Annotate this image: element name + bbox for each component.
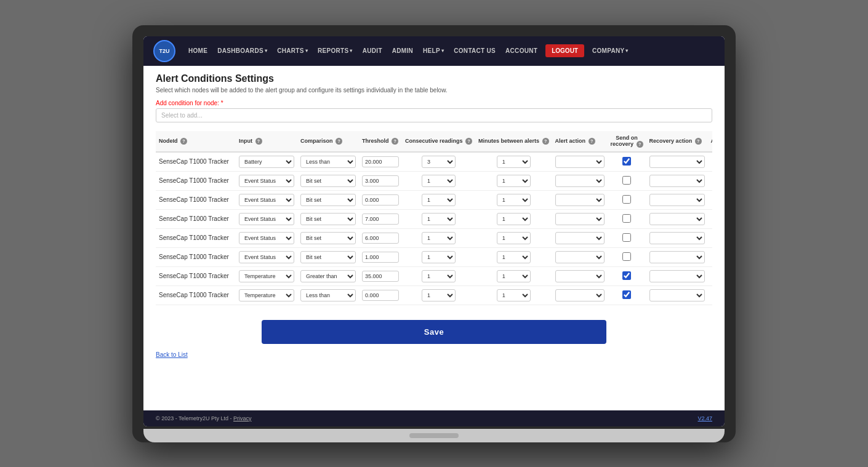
- comparison-select[interactable]: Greater than: [300, 270, 356, 282]
- nav-dashboards[interactable]: DASHBOARDS ▾: [213, 36, 271, 66]
- minutes-select[interactable]: 1: [497, 156, 531, 168]
- consecutive-select[interactable]: 1: [422, 251, 456, 263]
- recovery-action-select[interactable]: [649, 232, 705, 244]
- help-icon-input[interactable]: ?: [255, 138, 262, 145]
- privacy-link[interactable]: Privacy: [233, 415, 252, 421]
- cell-recovery-action: [646, 209, 708, 228]
- recovery-action-select[interactable]: [649, 175, 705, 187]
- nav-company[interactable]: COMPANY ▾: [588, 36, 633, 66]
- add-condition-select[interactable]: Select to add...: [156, 108, 712, 122]
- threshold-input[interactable]: [362, 194, 399, 206]
- nav-audit[interactable]: AUDIT: [358, 36, 387, 66]
- help-icon-comparison[interactable]: ?: [336, 138, 342, 145]
- comparison-select[interactable]: Less than: [300, 156, 356, 168]
- threshold-input[interactable]: [362, 233, 399, 244]
- cell-input: Temperature: [236, 266, 297, 285]
- consecutive-select[interactable]: 1: [422, 232, 456, 244]
- alert-action-select[interactable]: [555, 270, 605, 282]
- comparison-select[interactable]: Bit set: [300, 194, 356, 206]
- nav-help[interactable]: HELP ▾: [419, 36, 448, 66]
- send-on-recovery-checkbox[interactable]: [622, 214, 631, 223]
- consecutive-select[interactable]: 3: [422, 156, 456, 168]
- comparison-select[interactable]: Bit set: [300, 175, 356, 187]
- help-icon-recovery-action[interactable]: ?: [695, 138, 702, 145]
- minutes-select[interactable]: 1: [497, 270, 531, 282]
- comparison-select[interactable]: Bit set: [300, 213, 356, 225]
- alert-action-select[interactable]: [555, 175, 605, 187]
- comparison-select[interactable]: Less than: [300, 289, 356, 301]
- recovery-action-select[interactable]: [649, 156, 705, 168]
- minutes-select[interactable]: 1: [497, 289, 531, 301]
- threshold-input[interactable]: [362, 252, 399, 263]
- minutes-select[interactable]: 1: [497, 251, 531, 263]
- cell-recovery-action: [646, 228, 708, 247]
- input-select[interactable]: Temperature: [239, 270, 294, 282]
- help-icon-threshold[interactable]: ?: [392, 138, 398, 145]
- cell-consecutive: 1: [402, 266, 475, 285]
- consecutive-select[interactable]: 1: [422, 213, 456, 225]
- input-select[interactable]: Event Status: [239, 194, 294, 206]
- help-icon-send-on-recovery[interactable]: ?: [637, 141, 643, 148]
- recovery-action-select[interactable]: [649, 289, 705, 301]
- input-select[interactable]: Temperature: [239, 289, 294, 301]
- input-select[interactable]: Event Status: [239, 175, 294, 187]
- alert-action-select[interactable]: [555, 232, 605, 244]
- consecutive-select[interactable]: 1: [422, 194, 456, 206]
- send-on-recovery-checkbox[interactable]: [622, 252, 631, 261]
- threshold-input[interactable]: [362, 156, 399, 167]
- input-select[interactable]: Battery: [239, 156, 294, 168]
- cell-threshold: [359, 171, 402, 190]
- cell-recovery-action: [646, 247, 708, 266]
- back-to-list-link[interactable]: Back to List: [156, 351, 188, 358]
- cell-nodeid: SenseCap T1000 Tracker: [156, 171, 236, 190]
- threshold-input[interactable]: [362, 271, 399, 282]
- alert-action-select[interactable]: [555, 156, 605, 168]
- nav-account[interactable]: ACCOUNT: [501, 36, 542, 66]
- nav-home[interactable]: HOME: [184, 36, 212, 66]
- help-icon-minutes[interactable]: ?: [542, 138, 549, 145]
- threshold-input[interactable]: [362, 214, 399, 225]
- recovery-action-select[interactable]: [649, 251, 705, 263]
- nav-reports[interactable]: REPORTS ▾: [313, 36, 357, 66]
- nav-contact-us[interactable]: CONTACT US: [449, 36, 500, 66]
- consecutive-select[interactable]: 1: [422, 270, 456, 282]
- nav-admin[interactable]: ADMIN: [388, 36, 417, 66]
- logout-button[interactable]: LOGOUT: [545, 44, 584, 57]
- help-icon-nodeid[interactable]: ?: [180, 138, 187, 145]
- comparison-select[interactable]: Bit set: [300, 232, 356, 244]
- send-on-recovery-checkbox[interactable]: [622, 176, 631, 185]
- minutes-select[interactable]: 1: [497, 194, 531, 206]
- consecutive-select[interactable]: 1: [422, 175, 456, 187]
- input-select[interactable]: Event Status: [239, 251, 294, 263]
- send-on-recovery-checkbox[interactable]: [622, 195, 631, 204]
- send-on-recovery-checkbox[interactable]: [622, 290, 631, 299]
- threshold-input[interactable]: [362, 290, 399, 301]
- footer-version[interactable]: V2.47: [697, 415, 712, 421]
- alert-action-select[interactable]: [555, 194, 605, 206]
- comparison-select[interactable]: Bit set: [300, 251, 356, 263]
- alert-action-select[interactable]: [555, 251, 605, 263]
- cell-alert-action: [552, 228, 608, 247]
- send-on-recovery-checkbox[interactable]: [622, 157, 631, 166]
- alert-action-select[interactable]: [555, 289, 605, 301]
- nav-charts[interactable]: CHARTS ▾: [273, 36, 312, 66]
- threshold-input[interactable]: [362, 175, 399, 186]
- help-icon-alert-action[interactable]: ?: [589, 138, 595, 145]
- cell-alert-action: [552, 247, 608, 266]
- minutes-select[interactable]: 1: [497, 175, 531, 187]
- recovery-action-select[interactable]: [649, 213, 705, 225]
- cell-active: [708, 152, 712, 172]
- logo[interactable]: T2U: [153, 40, 175, 62]
- recovery-action-select[interactable]: [649, 270, 705, 282]
- recovery-action-select[interactable]: [649, 194, 705, 206]
- minutes-select[interactable]: 1: [497, 213, 531, 225]
- input-select[interactable]: Event Status: [239, 213, 294, 225]
- save-button[interactable]: Save: [262, 320, 606, 344]
- alert-action-select[interactable]: [555, 213, 605, 225]
- consecutive-select[interactable]: 1: [422, 289, 456, 301]
- send-on-recovery-checkbox[interactable]: [622, 233, 631, 242]
- help-icon-consecutive[interactable]: ?: [465, 138, 472, 145]
- send-on-recovery-checkbox[interactable]: [622, 271, 631, 280]
- minutes-select[interactable]: 1: [497, 232, 531, 244]
- input-select[interactable]: Event Status: [239, 232, 294, 244]
